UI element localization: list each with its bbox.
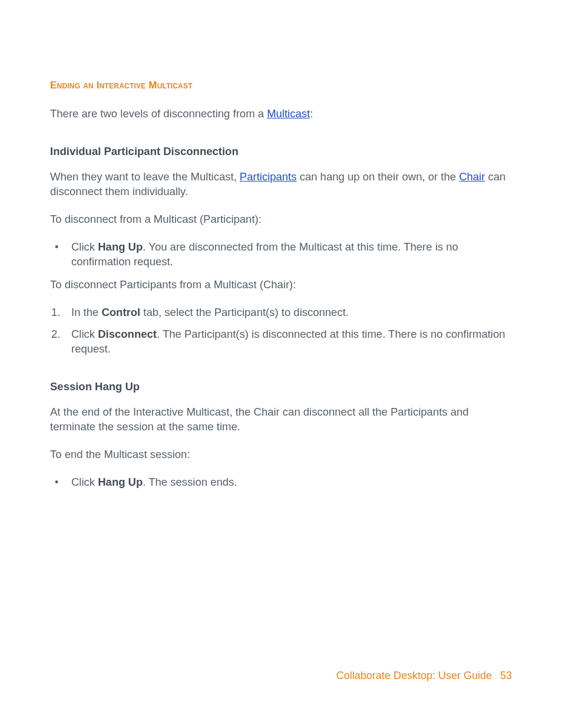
page-footer: Collaborate Desktop: User Guide53 (336, 670, 512, 682)
control-label: Control (101, 306, 140, 318)
subheading-session: Session Hang Up (50, 380, 512, 393)
hang-up-label: Hang Up (98, 476, 143, 488)
page-number: 53 (500, 670, 512, 681)
footer-title: Collaborate Desktop: User Guide (336, 670, 492, 681)
section-heading: Ending an Interactive Multicast (50, 80, 512, 91)
paragraph: When they want to leave the Multicast, P… (50, 170, 512, 199)
hang-up-label: Hang Up (98, 241, 143, 253)
participants-link[interactable]: Participants (240, 170, 297, 183)
text: . The session ends. (143, 476, 237, 488)
text: Click (71, 476, 98, 488)
text: There are two levels of disconnecting fr… (50, 107, 267, 120)
list-item: In the Control tab, select the Participa… (50, 305, 512, 320)
text: tab, select the Participant(s) to discon… (140, 306, 349, 318)
text: When they want to leave the Multicast, (50, 170, 240, 183)
list-item: Click Hang Up. You are disconnected from… (50, 240, 512, 269)
text: Click (71, 241, 98, 253)
chair-link[interactable]: Chair (459, 170, 485, 183)
paragraph: At the end of the Interactive Multicast,… (50, 405, 512, 434)
list-item: Click Hang Up. The session ends. (50, 475, 512, 490)
numbered-list: In the Control tab, select the Participa… (50, 305, 512, 357)
disconnect-label: Disconnect (98, 328, 157, 340)
subheading-individual: Individual Participant Disconnection (50, 145, 512, 158)
text: Click (71, 328, 98, 340)
bullet-list: Click Hang Up. You are disconnected from… (50, 240, 512, 269)
list-item: Click Disconnect. The Participant(s) is … (50, 327, 512, 357)
paragraph: To disconnect Participants from a Multic… (50, 278, 512, 292)
multicast-link[interactable]: Multicast (267, 107, 310, 120)
intro-paragraph: There are two levels of disconnecting fr… (50, 107, 512, 121)
bullet-list: Click Hang Up. The session ends. (50, 475, 512, 490)
paragraph: To end the Multicast session: (50, 447, 512, 462)
text: can hang up on their own, or the (297, 170, 459, 183)
document-page: Ending an Interactive Multicast There ar… (0, 0, 562, 490)
paragraph: To disconnect from a Multicast (Particip… (50, 212, 512, 227)
text: : (310, 107, 313, 120)
text: In the (71, 306, 101, 318)
